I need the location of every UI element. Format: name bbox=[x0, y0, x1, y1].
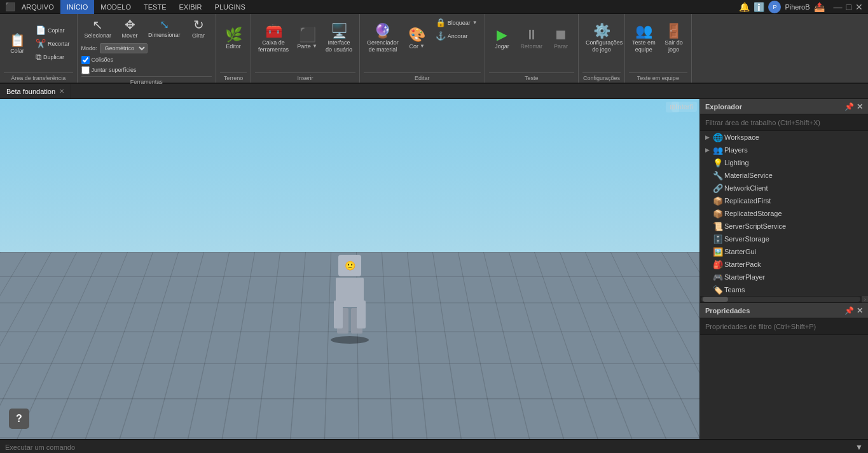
toolbox-button[interactable]: 🧰 Caixa deferramentas bbox=[255, 17, 292, 61]
close-icon[interactable]: ✕ bbox=[855, 2, 863, 12]
tree-item-starterplayer[interactable]: 🎮 StarterPlayer bbox=[700, 271, 868, 283]
interface-button[interactable]: 🖥️ Interfacedo usuário bbox=[322, 17, 355, 61]
tree-item-replicatedfirst[interactable]: 📦 ReplicatedFirst bbox=[700, 194, 868, 207]
ferramentas-title: Ferramentas bbox=[81, 76, 212, 85]
tree-item-serverstorage[interactable]: 🗄️ ServerStorage bbox=[700, 233, 868, 245]
statusbar: ▼ bbox=[0, 439, 868, 453]
cfg-jogo-button[interactable]: ⚙️ Configuraçõesdo jogo bbox=[582, 17, 621, 61]
move-button[interactable]: ✥ Mover bbox=[116, 17, 143, 41]
statusbar-arrow[interactable]: ▼ bbox=[855, 443, 863, 452]
teams-icon: 🏷️ bbox=[713, 285, 723, 295]
help-button[interactable]: ? bbox=[9, 409, 29, 429]
mode-select[interactable]: Geométrico bbox=[100, 43, 148, 53]
explorer-close-icon[interactable]: ✕ bbox=[857, 102, 863, 111]
explorer-hscrollbar[interactable]: › bbox=[700, 296, 868, 302]
menu-plugins[interactable]: PLUGINS bbox=[209, 0, 252, 14]
maximize-icon[interactable]: □ bbox=[846, 2, 851, 12]
command-input[interactable] bbox=[5, 443, 853, 451]
colisoes-label: Colisões bbox=[92, 57, 114, 63]
serverscriptservice-icon: 📜 bbox=[713, 222, 723, 231]
tree-item-starterpack[interactable]: 🎒 StarterPack bbox=[700, 258, 868, 271]
tree-item-workspace[interactable]: ▶ 🌐 Workspace bbox=[700, 131, 868, 144]
tree-item-materialservice[interactable]: 🔧 MaterialService bbox=[700, 169, 868, 182]
tree-item-startergui[interactable]: 🖼️ StarterGui bbox=[700, 245, 868, 258]
teste-equipe-title: Teste em equipe bbox=[629, 72, 687, 81]
bloquear-button[interactable]: 🔒 Bloquear ▼ bbox=[432, 17, 481, 29]
copy-button[interactable]: 📄 Copiar bbox=[32, 24, 73, 36]
tree-item-networkclient[interactable]: 🔗 NetworkClient bbox=[700, 182, 868, 194]
tree-item-serverscriptservice[interactable]: 📜 ServerScriptService bbox=[700, 220, 868, 233]
hscrollbar-thumb[interactable] bbox=[703, 297, 728, 302]
cut-button[interactable]: ✂️ Recortar bbox=[32, 37, 73, 50]
networkclient-icon: 🔗 bbox=[713, 184, 723, 193]
editor-icon: 🌿 bbox=[225, 28, 242, 42]
char-head: 🙂 bbox=[338, 255, 361, 276]
ancorar-icon: ⚓ bbox=[436, 31, 446, 41]
paste-button[interactable]: 📋 Colar bbox=[4, 22, 31, 66]
menu-exibir[interactable]: EXIBIR bbox=[173, 0, 209, 14]
replicatedstorage-label: ReplicatedStorage bbox=[724, 210, 865, 217]
menu-arquivo[interactable]: ARQUIVO bbox=[15, 0, 60, 14]
editar-group: 🔮 Gerenciadorde material 🎨 Cor ▼ 🔒 Bloqu… bbox=[360, 14, 485, 83]
material-button[interactable]: 🔮 Gerenciadorde material bbox=[364, 17, 402, 61]
jogar-button[interactable]: ▶ Jogar bbox=[489, 17, 516, 61]
rotate-button[interactable]: ↻ Girar bbox=[185, 17, 212, 41]
bloquear-icon: 🔒 bbox=[436, 18, 446, 27]
menu-inicio[interactable]: INÍCIO bbox=[60, 0, 95, 14]
explorer-filter-input[interactable] bbox=[700, 114, 868, 131]
configuracoes-group: ⚙️ Configuraçõesdo jogo Configurações bbox=[579, 14, 625, 83]
char-shadow bbox=[331, 336, 369, 344]
tab-area: Beta foundation ✕ bbox=[0, 84, 868, 99]
hscrollbar-track[interactable] bbox=[701, 297, 860, 302]
inserir-title: Inserir bbox=[255, 72, 355, 81]
viewport[interactable]: 🙂 bbox=[0, 99, 699, 439]
properties-filter-input[interactable] bbox=[700, 318, 868, 335]
properties-pin-icon[interactable]: 📌 bbox=[844, 306, 854, 315]
tree-item-replicatedstorage[interactable]: 📦 ReplicatedStorage bbox=[700, 207, 868, 220]
workspace-arrow: ▶ bbox=[703, 134, 712, 140]
ancorar-button[interactable]: ⚓ Ancorar bbox=[432, 30, 481, 42]
explorer-panel: Explorador 📌 ✕ ▶ 🌐 Workspace ▶ 👥 Players bbox=[700, 99, 868, 303]
info-icon[interactable]: ℹ️ bbox=[754, 2, 764, 12]
juntar-label: Juntar superfícies bbox=[92, 67, 137, 73]
explorer-pin-icon[interactable]: 📌 bbox=[844, 102, 854, 111]
char-arms bbox=[327, 301, 372, 328]
duplicate-button[interactable]: ⧉ Duplicar bbox=[32, 51, 73, 64]
tree-item-players[interactable]: ▶ 👥 Players bbox=[700, 144, 868, 156]
share-icon[interactable]: 📤 bbox=[814, 2, 825, 12]
tab-close[interactable]: ✕ bbox=[59, 88, 64, 95]
panel-toggle-btn[interactable]: ⊞ bbox=[666, 102, 679, 112]
teste-equipe-button[interactable]: 👥 Teste emequipe bbox=[629, 17, 659, 61]
networkclient-label: NetworkClient bbox=[724, 184, 865, 192]
teste-title: Teste bbox=[489, 72, 575, 81]
menu-modelo[interactable]: MODELO bbox=[94, 0, 137, 14]
retomar-icon: ⏸ bbox=[525, 28, 539, 42]
colisoes-checkbox[interactable] bbox=[81, 56, 90, 64]
tab-beta-foundation[interactable]: Beta foundation ✕ bbox=[0, 84, 71, 98]
editor-button[interactable]: 🌿 Editor bbox=[220, 17, 247, 61]
parte-icon: ⬛ bbox=[299, 28, 316, 42]
workspace-icon: 🌐 bbox=[713, 133, 723, 142]
cor-button[interactable]: 🎨 Cor ▼ bbox=[404, 17, 431, 61]
menu-teste[interactable]: TESTE bbox=[137, 0, 172, 14]
select-button[interactable]: ↖ Selecionar bbox=[81, 17, 115, 41]
sair-jogo-button[interactable]: 🚪 Sair dojogo bbox=[661, 17, 687, 61]
parar-button[interactable]: ⏹ Parar bbox=[548, 17, 574, 61]
startergui-icon: 🖼️ bbox=[713, 247, 723, 257]
lighting-label: Lighting bbox=[724, 159, 865, 166]
juntar-checkbox[interactable] bbox=[81, 66, 90, 74]
tree-item-lighting[interactable]: 💡 Lighting bbox=[700, 156, 868, 169]
replicatedfirst-label: ReplicatedFirst bbox=[724, 197, 865, 205]
inserir-group: 🧰 Caixa deferramentas ⬛ Parte ▼ 🖥️ Inter… bbox=[251, 14, 360, 83]
retomar-button[interactable]: ⏸ Retomar bbox=[518, 17, 546, 61]
starterplayer-label: StarterPlayer bbox=[724, 273, 865, 281]
tree-item-teams[interactable]: 🏷️ Teams bbox=[700, 283, 868, 296]
user-avatar[interactable]: P bbox=[768, 1, 781, 13]
minimize-icon[interactable]: — bbox=[834, 2, 843, 12]
parte-button[interactable]: ⬛ Parte ▼ bbox=[294, 17, 320, 61]
resize-button[interactable]: ⤡ Dimensionar bbox=[145, 17, 183, 41]
properties-header: Propriedades 📌 ✕ bbox=[700, 303, 868, 318]
notification-icon[interactable]: 🔔 bbox=[739, 2, 750, 12]
hscrollbar-right-btn[interactable]: › bbox=[862, 296, 868, 302]
properties-close-icon[interactable]: ✕ bbox=[857, 306, 863, 315]
